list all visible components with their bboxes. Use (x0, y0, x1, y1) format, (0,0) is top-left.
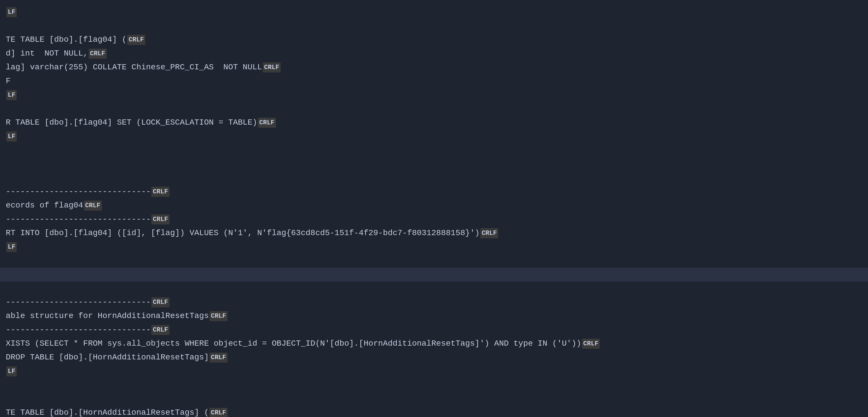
code-text: DROP TABLE [dbo].[HornAdditionalResetTag… (6, 351, 209, 363)
crlf-badge: CRLF (480, 228, 498, 238)
lf-badge: LF (6, 366, 17, 377)
code-text: XISTS (SELECT * FROM sys.all_objects WHE… (6, 338, 581, 350)
crlf-badge: CRLF (127, 35, 145, 45)
code-line: LF (0, 88, 868, 102)
code-text: ------------------------------ (6, 213, 151, 225)
code-line: lag] varchar(255) COLLATE Chinese_PRC_CI… (0, 60, 868, 74)
crlf-badge: CRLF (151, 215, 169, 224)
code-line: ------------------------------CRLF (0, 185, 868, 199)
code-line: d] int NOT NULL,CRLF (0, 46, 868, 60)
crlf-badge: CRLF (151, 187, 169, 197)
code-text: d] (6, 47, 20, 60)
code-line: ------------------------------CRLF (0, 213, 868, 226)
code-text: ------------------------------ (6, 324, 151, 336)
code-line: able structure for HornAdditionalResetTa… (0, 309, 868, 323)
code-line: LF (0, 5, 868, 19)
int-keyword: int (20, 47, 34, 60)
code-text: ------------------------------ (6, 296, 151, 308)
code-line (0, 171, 868, 185)
crlf-badge: CRLF (263, 62, 281, 72)
crlf-badge: CRLF (151, 297, 169, 307)
code-line (0, 102, 868, 116)
code-line (0, 392, 868, 406)
crlf-badge: CRLF (210, 353, 228, 363)
crlf-badge: CRLF (210, 408, 228, 417)
code-editor: LFTE TABLE [dbo].[flag04] (CRLFd] int NO… (0, 2, 868, 417)
code-line: R TABLE [dbo].[flag04] SET (LOCK_ESCALAT… (0, 116, 868, 129)
code-line: ------------------------------CRLF (0, 295, 868, 309)
code-text: TE TABLE [dbo].[HornAdditionalResetTags]… (6, 407, 209, 417)
lf-badge: LF (6, 90, 17, 100)
code-line (0, 282, 868, 295)
lf-badge: LF (6, 131, 17, 141)
code-line: RT INTO [dbo].[flag04] ([id], [flag]) VA… (0, 226, 868, 240)
code-line: TE TABLE [dbo].[flag04] (CRLF (0, 33, 868, 46)
crlf-badge: CRLF (582, 339, 600, 349)
code-line: LF (0, 240, 868, 254)
code-line (0, 268, 868, 282)
crlf-badge: CRLF (84, 201, 102, 211)
code-line: F (0, 74, 868, 88)
crlf-badge: CRLF (151, 325, 169, 335)
code-text: NOT NULL, (35, 47, 88, 60)
code-line: ecords of flag04CRLF (0, 199, 868, 213)
code-line: ------------------------------CRLF (0, 323, 868, 337)
code-text: TE TABLE [dbo].[flag04] ( (6, 34, 127, 46)
code-line: DROP TABLE [dbo].[HornAdditionalResetTag… (0, 351, 868, 364)
code-line (0, 143, 868, 157)
code-text: F (6, 75, 11, 87)
code-text: lag] varchar(255) COLLATE Chinese_PRC_CI… (6, 61, 262, 73)
lf-badge: LF (6, 7, 17, 17)
code-line (0, 157, 868, 171)
code-line (0, 254, 868, 268)
code-line (0, 19, 868, 33)
code-text: ecords of flag04 (6, 199, 83, 212)
crlf-badge: CRLF (89, 49, 107, 59)
crlf-badge: CRLF (210, 311, 228, 321)
code-text: RT INTO [dbo].[flag04] ([id], [flag]) VA… (6, 227, 480, 239)
code-text: able structure for HornAdditionalResetTa… (6, 310, 209, 322)
code-line: TE TABLE [dbo].[HornAdditionalResetTags]… (0, 406, 868, 417)
code-line: LF (0, 364, 868, 378)
code-line: XISTS (SELECT * FROM sys.all_objects WHE… (0, 337, 868, 351)
lf-badge: LF (6, 242, 17, 252)
code-text: ------------------------------ (6, 186, 151, 198)
code-line (0, 378, 868, 392)
code-text: R TABLE [dbo].[flag04] SET (LOCK_ESCALAT… (6, 117, 257, 129)
crlf-badge: CRLF (258, 118, 276, 128)
code-line: LF (0, 129, 868, 143)
